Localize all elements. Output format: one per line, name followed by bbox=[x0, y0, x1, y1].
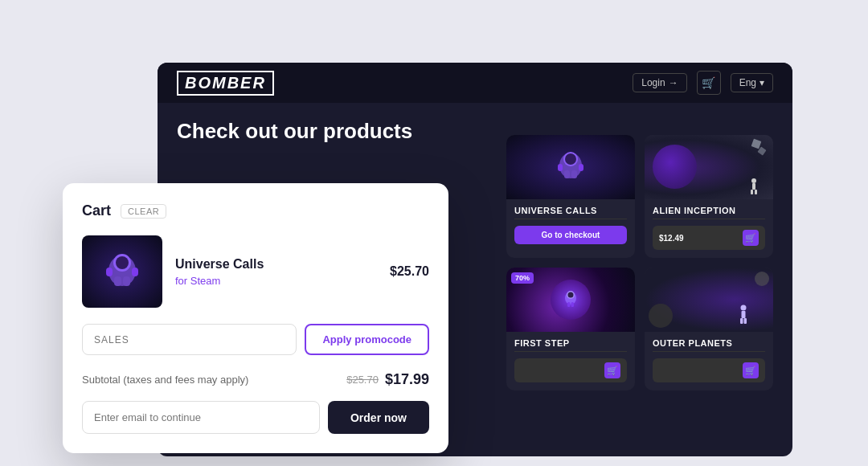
product-card-alien-inception[interactable]: ALIEN INCEPTION $12.49 🛒 bbox=[645, 135, 773, 258]
add-to-cart-outer-planets[interactable]: 🛒 bbox=[743, 362, 759, 378]
cart-panel: Cart CLEAR Universe Calls for Steam $25.… bbox=[63, 183, 448, 453]
svg-rect-21 bbox=[744, 318, 747, 324]
divider bbox=[653, 219, 765, 219]
header: BOMBER Login → 🛒 Eng ▾ bbox=[158, 63, 792, 103]
order-now-button[interactable]: Order now bbox=[328, 401, 429, 434]
price-section-alien-inception: $12.49 🛒 bbox=[653, 226, 765, 250]
product-info-first-step: FIRST STEP 🛒 bbox=[506, 332, 635, 390]
svg-rect-11 bbox=[751, 139, 762, 149]
astronaut-small bbox=[559, 287, 582, 313]
svg-point-15 bbox=[568, 292, 574, 298]
cart-item-price: $25.70 bbox=[390, 264, 429, 279]
cart-icon: 🛒 bbox=[702, 76, 715, 89]
product-title-first-step: FIRST STEP bbox=[514, 338, 627, 348]
product-image-first-step: 70% bbox=[506, 268, 635, 332]
original-price: $25.70 bbox=[346, 374, 379, 386]
email-input[interactable] bbox=[82, 401, 320, 434]
svg-rect-17 bbox=[571, 302, 575, 307]
circle-bg bbox=[551, 280, 591, 320]
subtotal-prices: $25.70 $17.99 bbox=[346, 371, 429, 388]
clear-cart-button[interactable]: CLEAR bbox=[121, 204, 166, 219]
cart-item: Universe Calls for Steam $25.70 bbox=[82, 235, 429, 308]
product-card-first-step[interactable]: 70% FIRST STEP 🛒 bbox=[506, 268, 635, 390]
apply-promo-button[interactable]: Apply promocode bbox=[305, 324, 429, 355]
svg-point-24 bbox=[116, 256, 129, 269]
final-price: $17.99 bbox=[385, 371, 429, 388]
product-info-outer-planets: OUTER PLANETS 🛒 bbox=[645, 332, 773, 390]
cart-item-name: Universe Calls bbox=[175, 257, 377, 272]
divider bbox=[514, 219, 627, 219]
svg-rect-10 bbox=[755, 190, 757, 194]
cart-title: Cart bbox=[82, 202, 111, 219]
discount-badge-first-step: 70% bbox=[511, 272, 534, 284]
product-image-alien-inception bbox=[645, 135, 773, 199]
header-right: Login → 🛒 Eng ▾ bbox=[633, 71, 773, 95]
svg-point-18 bbox=[741, 305, 747, 311]
product-info-alien-inception: ALIEN INCEPTION $12.49 🛒 bbox=[645, 199, 773, 258]
svg-rect-26 bbox=[123, 276, 130, 286]
svg-rect-20 bbox=[740, 318, 743, 324]
sphere-small bbox=[755, 272, 769, 286]
divider bbox=[514, 351, 627, 352]
planet-decoration bbox=[653, 145, 697, 189]
product-image-universe-calls bbox=[506, 135, 635, 199]
product-title-outer-planets: OUTER PLANETS bbox=[653, 338, 765, 348]
login-icon: → bbox=[669, 77, 678, 88]
price-section-outer-planets: 🛒 bbox=[653, 358, 765, 382]
login-button[interactable]: Login → bbox=[633, 73, 686, 92]
svg-rect-3 bbox=[564, 170, 570, 178]
svg-rect-9 bbox=[751, 190, 753, 194]
svg-rect-8 bbox=[752, 183, 755, 190]
astronaut-decoration bbox=[547, 143, 595, 191]
product-title-universe-calls: UNIVERSE CALLS bbox=[514, 206, 627, 215]
product-card-outer-planets[interactable]: OUTER PLANETS 🛒 bbox=[645, 268, 773, 390]
subtotal-label: Subtotal (taxes and fees may apply) bbox=[82, 374, 248, 386]
add-to-cart-first-step[interactable]: 🛒 bbox=[604, 362, 620, 378]
svg-rect-25 bbox=[114, 276, 121, 286]
add-to-cart-alien-inception[interactable]: 🛒 bbox=[743, 230, 759, 246]
cart-item-details: Universe Calls for Steam bbox=[175, 257, 377, 287]
svg-rect-19 bbox=[742, 311, 746, 318]
price-alien-inception: $12.49 bbox=[659, 234, 684, 243]
cart-item-image bbox=[82, 235, 162, 308]
promo-input[interactable] bbox=[82, 324, 297, 355]
cart-header: Cart CLEAR bbox=[82, 202, 429, 219]
cart-item-platform: for Steam bbox=[175, 275, 377, 287]
standing-figure bbox=[738, 305, 749, 325]
svg-rect-27 bbox=[106, 268, 113, 276]
order-section: Order now bbox=[82, 401, 429, 434]
cart-astronaut-decoration bbox=[94, 243, 150, 300]
subtotal-row: Subtotal (taxes and fees may apply) $25.… bbox=[82, 371, 429, 388]
chevron-down-icon: ▾ bbox=[760, 77, 764, 88]
geometric-shapes bbox=[746, 138, 770, 162]
cart-button[interactable]: 🛒 bbox=[697, 71, 721, 95]
svg-rect-6 bbox=[579, 164, 583, 171]
person-silhouette bbox=[749, 178, 759, 195]
products-grid: UNIVERSE CALLS Go to checkout bbox=[487, 135, 792, 390]
logo: BOMBER bbox=[177, 71, 274, 96]
language-selector[interactable]: Eng ▾ bbox=[731, 73, 773, 92]
product-card-universe-calls[interactable]: UNIVERSE CALLS Go to checkout bbox=[506, 135, 635, 258]
divider bbox=[653, 351, 765, 352]
svg-rect-28 bbox=[132, 268, 138, 276]
svg-point-7 bbox=[751, 178, 756, 183]
go-to-checkout-button[interactable]: Go to checkout bbox=[514, 226, 627, 244]
product-image-outer-planets bbox=[645, 268, 773, 332]
promo-section: Apply promocode bbox=[82, 324, 429, 355]
svg-rect-16 bbox=[567, 302, 571, 307]
svg-point-2 bbox=[565, 153, 576, 165]
sphere-decoration bbox=[649, 304, 673, 328]
svg-rect-5 bbox=[558, 164, 563, 171]
product-title-alien-inception: ALIEN INCEPTION bbox=[653, 206, 765, 215]
price-section-first-step: 🛒 bbox=[514, 358, 627, 382]
svg-rect-4 bbox=[571, 170, 577, 178]
product-info-universe-calls: UNIVERSE CALLS Go to checkout bbox=[506, 199, 635, 252]
